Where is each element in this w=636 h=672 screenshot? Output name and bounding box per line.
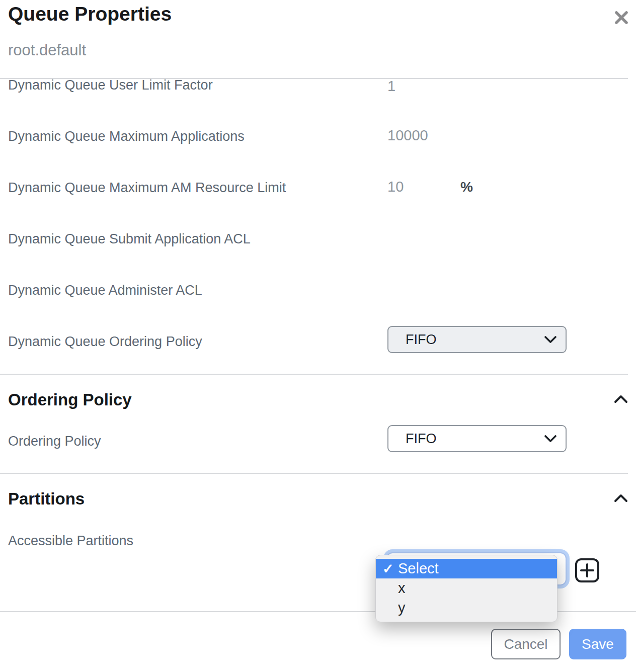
select-value: FIFO	[406, 332, 437, 348]
section-divider	[0, 374, 628, 375]
partitions-dropdown-menu: ✓ Select x y	[375, 555, 558, 622]
percent-suffix: %	[460, 179, 473, 195]
dynamic-queue-ordering-policy-select[interactable]: FIFO	[387, 326, 567, 353]
chevron-up-icon	[614, 394, 628, 403]
ordering-policy-select[interactable]: FIFO	[387, 425, 567, 452]
cancel-button[interactable]: Cancel	[491, 629, 561, 659]
option-label: x	[398, 580, 406, 597]
field-value: 10	[387, 179, 404, 195]
queue-properties-modal: Queue Properties root.default Dynamic Qu…	[0, 0, 636, 672]
close-button[interactable]	[611, 7, 632, 28]
collapse-partitions-button[interactable]	[610, 488, 632, 508]
field-label: Dynamic Queue Maximum AM Resource Limit	[8, 180, 286, 196]
section-title-ordering-policy: Ordering Policy	[8, 390, 132, 409]
field-label: Ordering Policy	[8, 433, 101, 449]
field-label: Dynamic Queue Maximum Applications	[8, 128, 245, 144]
dropdown-option-x[interactable]: x	[376, 578, 557, 598]
field-label: Dynamic Queue Administer ACL	[8, 282, 202, 298]
add-partition-button[interactable]	[575, 558, 599, 582]
save-button[interactable]: Save	[569, 629, 626, 659]
plus-icon	[580, 563, 594, 577]
section-title-partitions: Partitions	[8, 489, 85, 509]
close-icon	[613, 10, 629, 26]
field-label: Dynamic Queue Submit Application ACL	[8, 231, 251, 247]
check-icon: ✓	[382, 561, 394, 577]
chevron-down-icon	[544, 335, 556, 344]
queue-path: root.default	[8, 41, 86, 59]
option-label: y	[398, 600, 406, 616]
chevron-up-icon	[614, 493, 628, 502]
field-value: 10000	[387, 127, 428, 143]
page-title: Queue Properties	[8, 3, 172, 25]
option-label: Select	[398, 560, 439, 577]
dropdown-option-select[interactable]: ✓ Select	[376, 559, 557, 578]
dropdown-option-y[interactable]: y	[376, 598, 557, 618]
field-label: Accessible Partitions	[8, 533, 133, 549]
field-label: Dynamic Queue User Limit Factor	[8, 77, 213, 93]
field-label: Dynamic Queue Ordering Policy	[8, 333, 202, 350]
select-value: FIFO	[406, 431, 437, 447]
chevron-down-icon	[544, 435, 556, 443]
section-divider	[0, 473, 628, 474]
field-value: 1	[387, 78, 395, 94]
collapse-ordering-policy-button[interactable]	[610, 389, 632, 409]
